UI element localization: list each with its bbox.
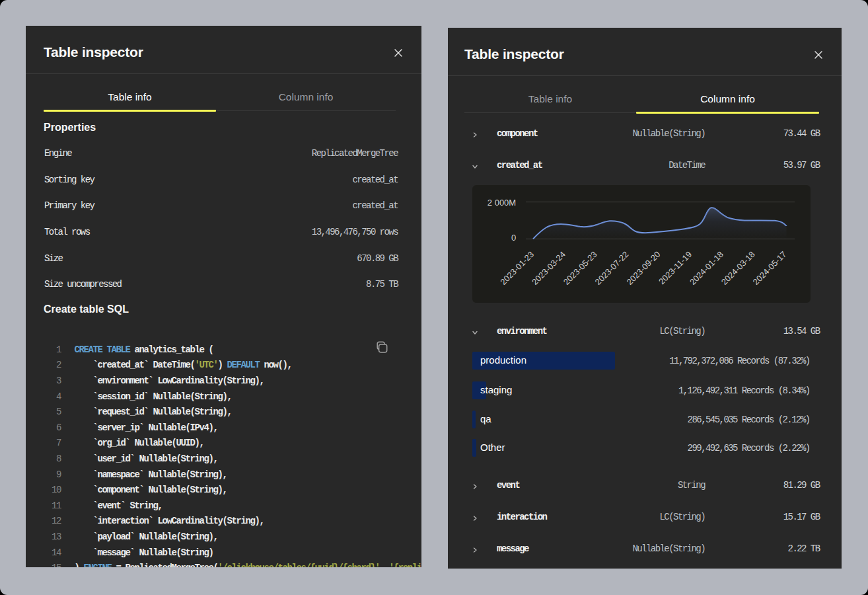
svg-text:2023-03-24: 2023-03-24 xyxy=(530,249,567,287)
svg-text:2023-09-20: 2023-09-20 xyxy=(624,249,662,287)
svg-text:2024-01-18: 2024-01-18 xyxy=(688,249,725,287)
svg-text:0: 0 xyxy=(511,233,516,243)
svg-text:2024-05-17: 2024-05-17 xyxy=(751,249,789,287)
svg-text:2023-07-22: 2023-07-22 xyxy=(593,249,631,287)
svg-text:2023-05-23: 2023-05-23 xyxy=(561,249,599,287)
svg-text:2 000M: 2 000M xyxy=(488,198,516,208)
svg-text:2023-01-23: 2023-01-23 xyxy=(498,249,536,287)
svg-text:2024-03-18: 2024-03-18 xyxy=(719,249,757,287)
